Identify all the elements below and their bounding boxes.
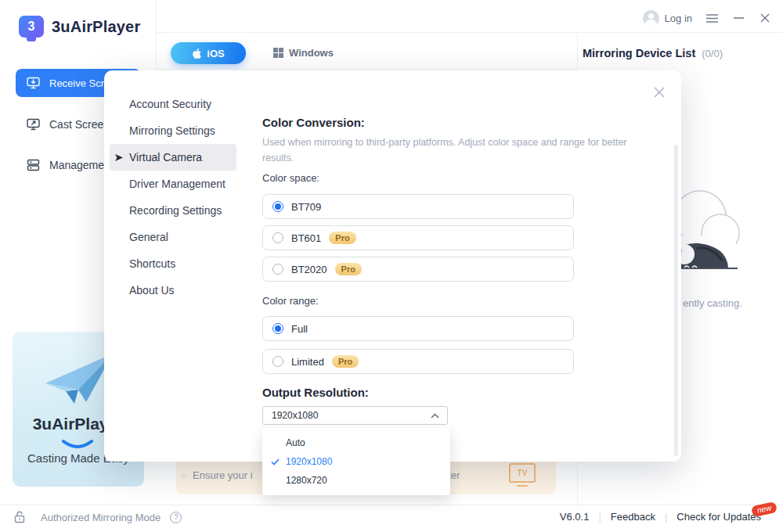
- pro-badge: Pro: [335, 263, 362, 275]
- smile-icon: [61, 439, 94, 451]
- option-limited[interactable]: Limited Pro: [262, 349, 574, 374]
- radio-icon: [272, 356, 283, 367]
- mirroring-mode-label: Authorized Mirroring Mode: [41, 512, 161, 523]
- resolution-option-auto[interactable]: Auto: [262, 433, 450, 452]
- color-space-label: Color space:: [262, 172, 319, 184]
- settings-menu-about-us[interactable]: About Us: [110, 277, 236, 304]
- option-full[interactable]: Full: [262, 316, 574, 341]
- tab-ios[interactable]: iOS: [171, 42, 246, 64]
- settings-menu-virtual-camera[interactable]: Virtual Camera: [110, 144, 236, 171]
- windows-icon: [273, 48, 283, 58]
- pro-badge: Pro: [332, 355, 359, 368]
- cast-screen-icon: [27, 118, 40, 131]
- footer-separator: |: [598, 511, 601, 523]
- tabbar-divider: [157, 69, 577, 70]
- version-label: V6.0.1: [560, 511, 590, 523]
- selected-arrow-icon: [115, 154, 123, 161]
- minimize-button[interactable]: [731, 11, 745, 25]
- settings-menu-account-security[interactable]: Account Security: [110, 91, 236, 117]
- sidebar-item-label: Cast Screen: [49, 118, 110, 131]
- dialog-scrollbar[interactable]: [674, 145, 678, 456]
- device-list-count: (0/0): [702, 48, 723, 59]
- settings-menu-recording-settings[interactable]: Recording Settings: [110, 197, 236, 224]
- check-updates-link[interactable]: Check for Updates: [677, 511, 761, 523]
- avatar-icon: [643, 10, 659, 27]
- sidebar-divider: [156, 0, 157, 70]
- login-button[interactable]: Log in: [643, 10, 692, 27]
- tab-ios-label: iOS: [207, 48, 224, 59]
- app-window: 3 3uAirPlayer Log in iOS Windows: [0, 0, 783, 532]
- receive-screen-icon: [27, 77, 40, 89]
- close-button[interactable]: [758, 11, 772, 25]
- resolution-select[interactable]: 1920x1080: [262, 406, 448, 425]
- pro-badge: Pro: [329, 232, 355, 244]
- settings-menu-mirroring-settings[interactable]: Mirroring Settings: [110, 117, 236, 144]
- hamburger-menu-button[interactable]: [705, 11, 719, 25]
- apple-icon: [192, 48, 202, 59]
- output-resolution-label: Output Resolution:: [262, 386, 369, 399]
- tip-bullet-icon: ◇: [181, 472, 186, 480]
- settings-menu-driver-management[interactable]: Driver Management: [110, 171, 236, 197]
- app-title: 3uAirPlayer: [52, 18, 140, 36]
- dialog-close-button[interactable]: [651, 84, 667, 100]
- check-icon: [271, 458, 280, 466]
- tab-windows[interactable]: Windows: [273, 47, 334, 59]
- radio-icon: [272, 264, 283, 275]
- option-bt2020[interactable]: BT2020 Pro: [262, 257, 574, 282]
- tip-line-2: Ensure your i: [193, 469, 253, 481]
- option-bt601[interactable]: BT601 Pro: [262, 225, 574, 250]
- resolution-option-1280x720[interactable]: 1280x720: [262, 471, 450, 490]
- footer-divider: [0, 505, 783, 505]
- resolution-select-value: 1920x1080: [272, 410, 318, 421]
- new-badge: new: [751, 501, 778, 517]
- settings-menu: Account Security Mirroring Settings Virt…: [104, 91, 241, 304]
- logo-badge-icon: 3: [19, 16, 44, 38]
- app-logo: 3 3uAirPlayer: [19, 16, 140, 38]
- feedback-link[interactable]: Feedback: [611, 511, 655, 523]
- resolution-option-1920x1080[interactable]: 1920x1080: [262, 452, 450, 471]
- chevron-up-icon: [431, 413, 439, 419]
- empty-state-text: ently casting.: [683, 297, 742, 309]
- option-bt709[interactable]: BT709: [262, 194, 574, 219]
- radio-icon: [272, 232, 283, 243]
- section-description: Used when mirroring to third-party platf…: [262, 135, 630, 166]
- help-button[interactable]: ?: [170, 512, 182, 523]
- settings-menu-shortcuts[interactable]: Shortcuts: [110, 250, 236, 277]
- color-range-label: Color range:: [262, 295, 319, 307]
- settings-menu-general[interactable]: General: [110, 224, 236, 250]
- management-icon: [27, 159, 40, 171]
- device-list-title: Mirroring Device List: [583, 47, 695, 59]
- settings-dialog: Account Security Mirroring Settings Virt…: [104, 70, 681, 462]
- radio-icon: [272, 323, 283, 334]
- lock-icon: [14, 511, 25, 523]
- tv-icon: TV: [509, 463, 536, 487]
- device-list-header: Mirroring Device List (0/0): [583, 47, 723, 59]
- header-divider: [157, 32, 783, 33]
- section-title: Color Conversion:: [262, 116, 365, 129]
- login-label: Log in: [665, 13, 692, 24]
- footer-separator: |: [665, 511, 667, 523]
- resolution-dropdown: Auto 1920x1080 1280x720: [262, 428, 450, 495]
- tab-windows-label: Windows: [289, 47, 334, 59]
- radio-icon: [272, 201, 283, 212]
